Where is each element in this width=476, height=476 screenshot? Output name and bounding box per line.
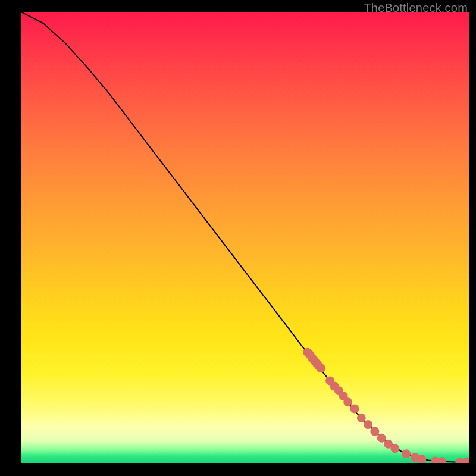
- curve-layer: [21, 12, 469, 463]
- chart-frame: TheBottleneck.com: [0, 0, 476, 476]
- marker-dot: [402, 449, 411, 458]
- watermark-text: TheBottleneck.com: [364, 1, 468, 15]
- marker-dot: [462, 458, 469, 463]
- plot-area: [21, 12, 469, 463]
- marker-dot: [350, 405, 359, 414]
- marker-dot: [343, 397, 352, 406]
- bottleneck-curve: [21, 12, 469, 462]
- marker-dot: [317, 364, 325, 372]
- marker-dot: [370, 427, 379, 436]
- marker-dot: [437, 457, 446, 463]
- bottleneck-curve-path: [21, 12, 469, 462]
- marker-dot: [377, 434, 386, 443]
- highlight-markers: [303, 348, 469, 463]
- marker-dot: [390, 444, 399, 453]
- marker-dot: [364, 420, 372, 429]
- marker-dot: [357, 414, 366, 422]
